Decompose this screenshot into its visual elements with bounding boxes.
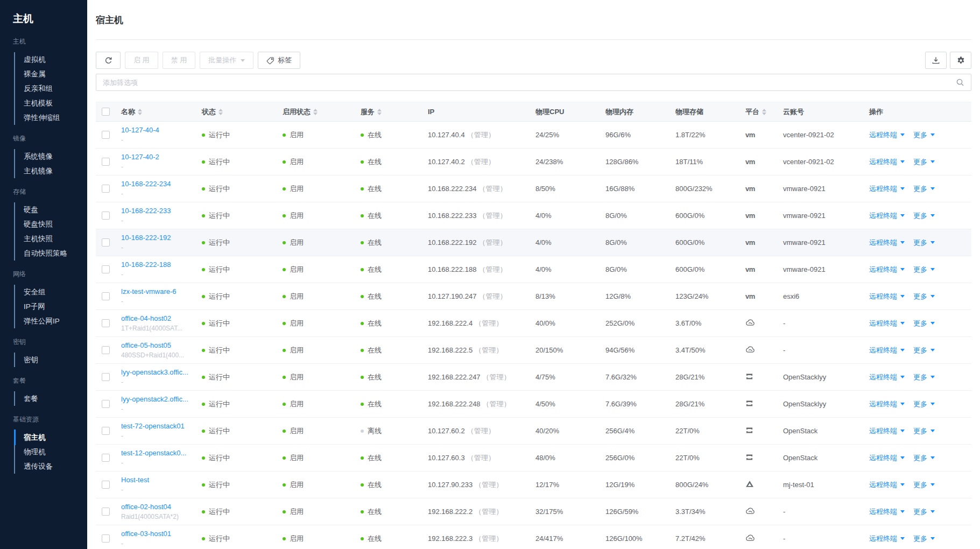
sidebar-item[interactable]: 主机模板 xyxy=(15,96,87,110)
remote-terminal-link[interactable]: 远程终端 xyxy=(869,319,905,328)
host-name-link[interactable]: 10-168-222-233 xyxy=(121,206,196,215)
host-name-link[interactable]: office-02-host04 xyxy=(121,502,196,511)
sidebar-item[interactable]: 硬盘 xyxy=(15,202,87,217)
row-checkbox[interactable] xyxy=(102,319,110,327)
sidebar-item[interactable]: 密钥 xyxy=(15,353,87,367)
filter-input[interactable] xyxy=(103,79,956,87)
column-header-status[interactable]: 状态 xyxy=(196,107,277,117)
remote-terminal-link[interactable]: 远程终端 xyxy=(869,480,905,490)
host-name-link[interactable]: 10-127-40-4 xyxy=(121,125,196,135)
batch-actions-button[interactable]: 批量操作 xyxy=(200,52,253,69)
more-link[interactable]: 更多 xyxy=(913,130,935,140)
row-checkbox[interactable] xyxy=(102,238,110,247)
host-name-link[interactable]: Host-test xyxy=(121,475,196,484)
host-name-link[interactable]: lyy-openstack2.offic... xyxy=(121,395,196,404)
row-checkbox[interactable] xyxy=(102,481,110,489)
sidebar-item[interactable]: 自动快照策略 xyxy=(15,246,87,261)
row-checkbox[interactable] xyxy=(102,185,110,193)
remote-terminal-link[interactable]: 远程终端 xyxy=(869,238,905,248)
row-checkbox[interactable] xyxy=(102,265,110,273)
row-checkbox[interactable] xyxy=(102,158,110,166)
host-name-link[interactable]: 10-168-222-188 xyxy=(121,260,196,269)
more-link[interactable]: 更多 xyxy=(913,211,935,221)
more-link[interactable]: 更多 xyxy=(913,372,935,382)
more-link[interactable]: 更多 xyxy=(913,265,935,274)
sort-icon[interactable] xyxy=(218,109,223,115)
sidebar-item[interactable]: 主机镜像 xyxy=(15,164,87,178)
host-name-link[interactable]: lyy-openstack3.offic... xyxy=(121,368,196,377)
more-link[interactable]: 更多 xyxy=(913,238,935,248)
remote-terminal-link[interactable]: 远程终端 xyxy=(869,426,905,436)
row-checkbox[interactable] xyxy=(102,508,110,516)
settings-button[interactable] xyxy=(950,52,971,69)
search-icon[interactable] xyxy=(956,78,964,87)
sidebar-item[interactable]: 安全组 xyxy=(15,285,87,299)
sidebar-item[interactable]: 透传设备 xyxy=(15,459,87,474)
sidebar-item[interactable]: 裸金属 xyxy=(15,67,87,81)
row-checkbox[interactable] xyxy=(102,454,110,462)
sidebar-item[interactable]: 物理机 xyxy=(15,445,87,459)
sidebar-item[interactable]: 硬盘快照 xyxy=(15,217,87,231)
host-name-link[interactable]: test-72-openstack01 xyxy=(121,421,196,431)
remote-terminal-link[interactable]: 远程终端 xyxy=(869,346,905,355)
host-name-link[interactable]: lzx-test-vmware-6 xyxy=(121,287,196,296)
row-checkbox[interactable] xyxy=(102,346,110,354)
row-checkbox[interactable] xyxy=(102,292,110,300)
host-name-link[interactable]: 10-168-222-192 xyxy=(121,233,196,242)
host-name-link[interactable]: office-03-host01 xyxy=(121,529,196,538)
more-link[interactable]: 更多 xyxy=(913,507,935,517)
column-header-name[interactable]: 名称 xyxy=(116,107,196,117)
host-name-link[interactable]: test-12-openstack0... xyxy=(121,448,196,458)
remote-terminal-link[interactable]: 远程终端 xyxy=(869,265,905,274)
remote-terminal-link[interactable]: 远程终端 xyxy=(869,399,905,409)
sort-icon[interactable] xyxy=(313,109,318,115)
column-header-enabled[interactable]: 启用状态 xyxy=(277,107,355,117)
row-checkbox[interactable] xyxy=(102,400,110,408)
host-name-link[interactable]: 10-127-40-2 xyxy=(121,152,196,161)
select-all-checkbox[interactable] xyxy=(102,108,110,116)
row-checkbox[interactable] xyxy=(102,534,110,543)
host-name-link[interactable]: office-04-host02 xyxy=(121,314,196,323)
more-link[interactable]: 更多 xyxy=(913,399,935,409)
remote-terminal-link[interactable]: 远程终端 xyxy=(869,453,905,463)
sidebar-item[interactable]: 弹性伸缩组 xyxy=(15,110,87,125)
more-link[interactable]: 更多 xyxy=(913,319,935,328)
sort-icon[interactable] xyxy=(138,109,142,115)
host-name-link[interactable]: 10-168-222-234 xyxy=(121,179,196,188)
more-link[interactable]: 更多 xyxy=(913,346,935,355)
more-link[interactable]: 更多 xyxy=(913,534,935,544)
tag-button[interactable]: 标签 xyxy=(258,52,300,69)
refresh-button[interactable] xyxy=(96,52,121,69)
column-header-service[interactable]: 服务 xyxy=(355,107,422,117)
row-checkbox[interactable] xyxy=(102,212,110,220)
remote-terminal-link[interactable]: 远程终端 xyxy=(869,372,905,382)
remote-terminal-link[interactable]: 远程终端 xyxy=(869,292,905,301)
column-header-platform[interactable]: 平台 xyxy=(740,107,778,117)
enable-button[interactable]: 启 用 xyxy=(125,52,158,69)
sidebar-item[interactable]: 主机快照 xyxy=(15,231,87,246)
more-link[interactable]: 更多 xyxy=(913,157,935,167)
sort-icon[interactable] xyxy=(377,109,382,115)
host-name-link[interactable]: office-05-host05 xyxy=(121,341,196,350)
sidebar-item[interactable]: 套餐 xyxy=(15,391,87,406)
row-checkbox[interactable] xyxy=(102,373,110,381)
remote-terminal-link[interactable]: 远程终端 xyxy=(869,507,905,517)
remote-terminal-link[interactable]: 远程终端 xyxy=(869,534,905,544)
disable-button[interactable]: 禁 用 xyxy=(163,52,196,69)
row-checkbox[interactable] xyxy=(102,131,110,139)
sidebar-item[interactable]: 弹性公网IP xyxy=(15,314,87,328)
sidebar-item[interactable]: 系统镜像 xyxy=(15,149,87,164)
sidebar-item[interactable]: 反亲和组 xyxy=(15,81,87,96)
export-button[interactable] xyxy=(925,52,947,69)
sidebar-item[interactable]: 宿主机 xyxy=(15,430,87,445)
more-link[interactable]: 更多 xyxy=(913,453,935,463)
more-link[interactable]: 更多 xyxy=(913,292,935,301)
remote-terminal-link[interactable]: 远程终端 xyxy=(869,184,905,194)
more-link[interactable]: 更多 xyxy=(913,480,935,490)
more-link[interactable]: 更多 xyxy=(913,426,935,436)
sidebar-item[interactable]: 虚拟机 xyxy=(15,52,87,67)
remote-terminal-link[interactable]: 远程终端 xyxy=(869,130,905,140)
row-checkbox[interactable] xyxy=(102,427,110,435)
remote-terminal-link[interactable]: 远程终端 xyxy=(869,157,905,167)
sort-icon[interactable] xyxy=(762,109,766,115)
